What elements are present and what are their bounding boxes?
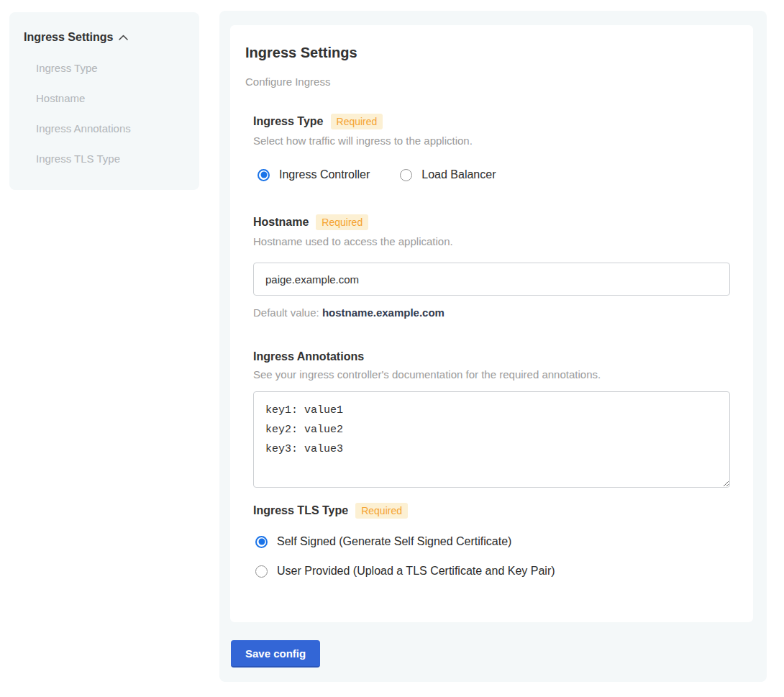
field-hostname: Hostname Required Hostname used to acces… <box>253 214 730 319</box>
config-panel: Ingress Settings Configure Ingress Ingre… <box>219 11 767 682</box>
radio-option-ingress-controller[interactable]: Ingress Controller <box>257 168 370 181</box>
hostname-default-value: Default value: hostname.example.com <box>253 306 730 319</box>
ingress-settings-card: Ingress Settings Configure Ingress Ingre… <box>230 25 753 622</box>
radio-option-load-balancer[interactable]: Load Balancer <box>400 168 496 181</box>
tls-type-radio-group: Self Signed (Generate Self Signed Certif… <box>255 535 730 578</box>
radio-option-label: Ingress Controller <box>279 168 370 181</box>
required-badge: Required <box>316 214 368 230</box>
radio-option-label: User Provided (Upload a TLS Certificate … <box>277 565 555 578</box>
field-ingress-tls-type: Ingress TLS Type Required Self Signed (G… <box>253 503 730 578</box>
default-value-text: hostname.example.com <box>322 306 445 319</box>
page-subtitle: Configure Ingress <box>245 76 738 88</box>
ingress-annotations-label: Ingress Annotations <box>253 350 364 363</box>
radio-option-label: Self Signed (Generate Self Signed Certif… <box>277 535 511 548</box>
hostname-input[interactable] <box>253 263 730 296</box>
radio-option-label: Load Balancer <box>421 168 496 181</box>
sidebar-item-ingress-annotations[interactable]: Ingress Annotations <box>36 122 185 135</box>
radio-icon-unselected[interactable] <box>255 565 268 578</box>
required-badge: Required <box>355 503 408 519</box>
sidebar-group-label: Ingress Settings <box>24 31 113 44</box>
radio-icon-selected[interactable] <box>255 536 268 548</box>
ingress-annotations-help: See your ingress controller's documentat… <box>253 368 730 381</box>
ingress-type-label: Ingress Type <box>253 115 324 128</box>
radio-option-self-signed[interactable]: Self Signed (Generate Self Signed Certif… <box>255 535 730 548</box>
radio-icon-unselected[interactable] <box>400 169 412 181</box>
ingress-tls-type-label: Ingress TLS Type <box>253 504 348 517</box>
default-value-prefix: Default value: <box>253 306 322 319</box>
field-ingress-annotations: Ingress Annotations See your ingress con… <box>253 350 730 488</box>
config-nav-sidebar: Ingress Settings Ingress Type Hostname I… <box>9 12 199 190</box>
sidebar-item-list: Ingress Type Hostname Ingress Annotation… <box>24 62 185 165</box>
chevron-up-icon[interactable] <box>119 35 128 40</box>
sidebar-item-ingress-type[interactable]: Ingress Type <box>36 62 185 74</box>
page-title: Ingress Settings <box>245 45 738 61</box>
radio-option-user-provided[interactable]: User Provided (Upload a TLS Certificate … <box>255 565 730 578</box>
sidebar-group-ingress-settings[interactable]: Ingress Settings <box>24 31 185 44</box>
sidebar-item-ingress-tls-type[interactable]: Ingress TLS Type <box>36 152 185 165</box>
save-config-button[interactable]: Save config <box>231 640 320 668</box>
ingress-annotations-textarea[interactable]: key1: value1 key2: value2 key3: value3 <box>253 391 730 488</box>
hostname-label: Hostname <box>253 216 309 229</box>
required-badge: Required <box>331 114 383 129</box>
sidebar-item-hostname[interactable]: Hostname <box>36 92 185 104</box>
ingress-type-help: Select how traffic will ingress to the a… <box>253 135 730 147</box>
hostname-help: Hostname used to access the application. <box>253 235 730 247</box>
field-ingress-type: Ingress Type Required Select how traffic… <box>253 114 730 181</box>
ingress-type-radio-group: Ingress Controller Load Balancer <box>257 168 730 181</box>
radio-icon-selected[interactable] <box>257 169 270 181</box>
